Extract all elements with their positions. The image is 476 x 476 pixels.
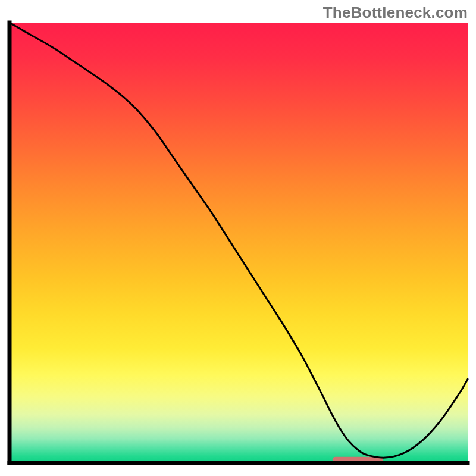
plot-background <box>10 23 468 463</box>
bottleneck-chart: TheBottleneck.com <box>0 0 476 476</box>
chart-svg <box>0 0 476 476</box>
watermark-text: TheBottleneck.com <box>323 4 468 22</box>
